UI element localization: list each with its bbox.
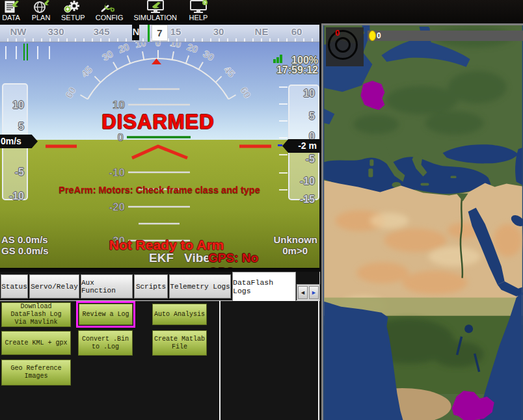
toolbar-item-help[interactable]: ? HELP [187,0,209,21]
alt-tick-label: -15 [300,194,315,205]
tab-scripts[interactable]: Scripts [134,274,168,298]
plan-icon [31,0,51,14]
speed-tick-label: -5 [15,166,24,178]
tab-scroll-buttons: ◄ ► [297,284,320,301]
roll-label: 20 [116,41,130,55]
review-log-focus-highlight: Review a Log [76,301,135,328]
config-icon [100,0,119,14]
groundspeed-readout: GS 0.0m/s [1,245,49,256]
tab-label: DataFlash Logs [233,278,295,295]
compass-label: 30 [213,26,224,37]
compass-heading-value: 7 [152,25,168,41]
tab-status[interactable]: Status [1,274,28,298]
alt-tick [279,154,288,155]
tab-telemetry-logs[interactable]: Telemetry Logs [169,274,231,298]
tab-scroll-left-button[interactable]: ◄ [298,286,308,299]
ekf-indicator[interactable]: EKF [149,251,174,265]
roll-label: 60 [238,85,253,100]
create-kml-button[interactable]: Create KML + gpx [1,331,71,355]
geo-reference-button[interactable]: Geo Reference Images [1,360,71,386]
zoom-slider-thumb[interactable] [369,31,376,41]
alt-tick [279,103,288,105]
map-view[interactable]: 0 0 [321,23,523,420]
compass-label: 15 [170,26,181,37]
tab-scroll-right-button[interactable]: ► [309,286,319,299]
gauge-value: 0 [335,28,340,38]
alt-tick [279,120,288,122]
alt-tick-label: 5 [309,111,315,122]
aircraft-symbol [46,146,271,158]
toolbar-item-label: SIMULATION [133,14,176,21]
alt-tick [279,86,288,88]
alt-status-readout: Unknown [274,234,318,245]
roll-label: 45 [222,64,237,79]
alt-tick-label: -10 [300,176,315,187]
tab-label: Scripts [136,283,166,291]
prearm-message: PreArm: Motors: Check frame class and ty… [59,185,260,195]
map-zoom-slider[interactable]: 0 [368,31,523,41]
alt-target-tick [278,144,282,146]
simulation-icon [144,0,167,14]
toolbar-item-label: DATA [2,14,20,21]
convert-bin-button[interactable]: Convert .Bin to .Log [78,330,133,356]
toolbar-item-data[interactable]: DATA [1,0,21,21]
tab-servo-relay[interactable]: Servo/Relay [29,274,79,298]
roll-label: 20 [185,41,199,55]
pitch-label: -10 [109,166,125,179]
airspeed-readout: AS 0.0m/s [1,234,48,245]
hud[interactable]: 0 10 10 20 20 30 30 45 45 60 60 [0,25,319,269]
gps-status: GPS: No GPS [208,251,282,269]
speed-tick-label: 10 [12,99,24,111]
bottom-tabstrip: Status Servo/Relay Aux Function Scripts … [0,272,320,300]
distance-readout: 0m>0 [282,245,308,256]
gauge-inner-ring [335,37,351,53]
compass-label: 60 [291,26,302,37]
download-dataflash-button[interactable]: Download DataFlash Log Via Mavlink [1,302,71,327]
toolbar-item-label: PLAN [32,14,51,21]
toolbar-item-label: CONFIG [96,14,124,21]
tab-label: Aux Function [81,279,132,295]
roll-pointer [152,59,161,64]
vibe-indicator[interactable]: Vibe [184,251,210,265]
compass-label: NW [10,26,27,37]
dataflash-logs-panel: Download DataFlash Log Via Mavlink Revie… [0,300,320,420]
pitch-label: -20 [109,201,125,213]
mission-planner-window: DATA PLAN SETUP [0,0,523,420]
main-toolbar: DATA PLAN SETUP [0,0,523,22]
map-attitude-gauge: 0 [326,27,364,66]
roll-label: 45 [79,64,94,79]
review-log-button[interactable]: Review a Log [79,304,133,325]
data-icon [1,0,21,14]
alt-tick-label: -5 [306,153,315,165]
roll-label: 60 [63,85,78,100]
satellite-map [323,25,523,420]
speed-pointer: 0m/s [0,135,38,148]
setup-icon [63,0,83,14]
compass-label: 345 [93,26,109,37]
svg-text:?: ? [204,1,206,5]
panel-divider [219,301,221,420]
tab-aux-function[interactable]: Aux Function [81,274,133,298]
toolbar-item-simulation[interactable]: SIMULATION [133,0,176,21]
auto-analysis-button[interactable]: Auto Analysis [152,304,207,325]
speed-tick-label: -10 [9,190,24,202]
pitch-label: 10 [113,99,125,111]
roll-label: 30 [201,48,216,63]
compass-label: N [133,26,140,37]
alt-tick [279,189,288,190]
compass-label: 330 [47,26,64,37]
toolbar-item-setup[interactable]: SETUP [61,0,85,21]
tab-dataflash-logs[interactable]: DataFlash Logs [232,272,296,301]
attitude-indicator: 0 10 10 20 20 30 30 45 45 60 60 [0,25,319,268]
clock-readout: 17:59:12 [276,64,318,76]
compass-tape: NW 330 345 N 7 15 30 NE 60 [0,25,319,42]
toolbar-item-config[interactable]: CONFIG [96,0,124,21]
toolbar-item-plan[interactable]: PLAN [31,0,51,21]
alt-tick [279,137,288,138]
toolbar-item-label: SETUP [61,14,85,21]
armed-status-text: DISARMED [101,111,214,134]
compass-target-line [148,25,150,42]
create-matlab-button[interactable]: Create Matlab File [152,330,207,356]
tab-label: Status [1,283,27,291]
speed-tick-label: 5 [18,121,24,133]
